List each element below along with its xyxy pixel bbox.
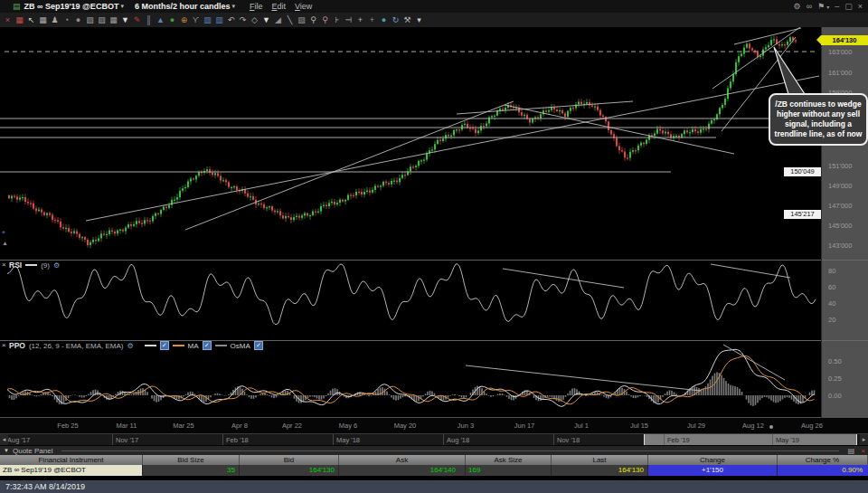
- menu-file[interactable]: File: [250, 2, 263, 11]
- cell-ask[interactable]: 164'140: [339, 465, 466, 476]
- price-axis[interactable]: 163'000161'000159'000151'000149'000147'0…: [821, 27, 868, 418]
- rsi-settings-icon[interactable]: ⚙: [53, 261, 60, 270]
- cell-bid-size[interactable]: 35: [143, 465, 240, 476]
- marker-icon-blue[interactable]: ⌖: [2, 229, 5, 236]
- pin-caret-icon[interactable]: ▾: [826, 4, 829, 10]
- panel-options-icon[interactable]: ▤: [848, 447, 855, 455]
- target-icon[interactable]: ⊕: [178, 14, 190, 27]
- measure-left-icon[interactable]: ⊦: [331, 14, 343, 27]
- column-header-ask[interactable]: Ask: [339, 455, 466, 465]
- zoom-area-icon[interactable]: ◔: [61, 14, 72, 27]
- annotate-pencil-icon[interactable]: ✎: [131, 14, 143, 27]
- timeframe-title[interactable]: 6 Months/2 hour candles: [135, 2, 231, 11]
- circle-tool-icon[interactable]: ●: [72, 14, 84, 27]
- minimize-icon[interactable]: –: [835, 2, 839, 11]
- hatch-tool-icon[interactable]: ▨: [296, 14, 307, 27]
- timeframe-dropdown-icon[interactable]: ▾: [231, 3, 235, 10]
- columns-blue-icon[interactable]: ▥: [202, 14, 213, 27]
- menu-edit[interactable]: Edit: [271, 2, 286, 11]
- grid-icon[interactable]: ▦: [37, 14, 49, 27]
- column-header-bid-size[interactable]: Bid Size: [143, 455, 240, 465]
- undo-icon[interactable]: ↶: [225, 14, 237, 27]
- snap-grid-icon[interactable]: ▦: [14, 14, 25, 27]
- column-header-financial-instrument[interactable]: Financial Instrument: [0, 455, 143, 465]
- ppo-axis-label: 0.00: [828, 392, 842, 400]
- ppo-close-icon[interactable]: ×: [2, 341, 9, 349]
- pointer-tool-icon[interactable]: ↖: [25, 14, 37, 27]
- crosshair-small-icon[interactable]: +: [366, 14, 378, 27]
- remove-tool-icon[interactable]: ×: [2, 14, 14, 27]
- ppo-settings-icon[interactable]: ⚙: [127, 342, 133, 350]
- redo-icon[interactable]: ↷: [237, 14, 249, 27]
- pin-icon[interactable]: ⚑: [817, 2, 825, 11]
- cell-ask-size[interactable]: 169: [466, 465, 552, 476]
- trendline-price-tag: 150'049: [784, 167, 821, 176]
- timeline-tick: [553, 434, 554, 445]
- ppo-legend-checkbox[interactable]: ✓: [160, 341, 169, 350]
- volume-bars-icon[interactable]: ║: [143, 14, 155, 27]
- menu-view[interactable]: View: [295, 2, 312, 11]
- figure-tool-icon[interactable]: ϒ: [190, 14, 202, 27]
- more-dropdown-icon[interactable]: ▾: [413, 14, 425, 27]
- cell-change-pct[interactable]: 0.90%: [778, 465, 868, 476]
- ppo-legend-label: OsMA: [231, 342, 250, 350]
- ppo-legend-checkbox[interactable]: ✓: [203, 341, 212, 350]
- hand-tool-icon[interactable]: ♟: [49, 14, 61, 27]
- rsi-close-icon[interactable]: ×: [2, 261, 9, 269]
- chart-type-dropdown-icon[interactable]: ▼: [119, 14, 131, 27]
- cell-bid[interactable]: 164'130: [240, 465, 339, 476]
- date-axis-label: Jun 17: [505, 422, 544, 430]
- rsi-panel-header: RSI (9) ⚙: [9, 261, 60, 270]
- panel-close-icon[interactable]: ×: [861, 447, 865, 455]
- collapse-triangle-icon[interactable]: ▼: [4, 448, 9, 453]
- ppo-legend-checkbox[interactable]: ✓: [254, 341, 263, 350]
- settings-gear-icon[interactable]: ⚙: [794, 2, 801, 11]
- cell-last[interactable]: 164'130: [552, 465, 648, 476]
- column-header-change[interactable]: Change: [648, 455, 778, 465]
- globe-icon[interactable]: ●: [378, 14, 390, 27]
- column-header-last[interactable]: Last: [552, 455, 648, 465]
- crosshair-icon[interactable]: +: [354, 14, 366, 27]
- quote-row[interactable]: ZB ∞ Sep19'19 @ECBOT 35 164'130 164'140 …: [0, 465, 868, 476]
- chart-annotation-note[interactable]: /ZB continues to wedge higher without an…: [769, 93, 868, 146]
- trend-chart-icon[interactable]: ◢: [272, 14, 284, 27]
- timeline-scrollbar[interactable]: Aug '17Nov '17Feb '18May '18Aug '18Nov '…: [0, 433, 868, 445]
- key-icon[interactable]: ⚲: [307, 14, 319, 27]
- time-axis[interactable]: Feb 25Mar 11Mar 25Apr 8Apr 22May 6May 20…: [0, 418, 868, 433]
- cell-instrument[interactable]: ZB ∞ Sep19'19 @ECBOT: [0, 465, 143, 476]
- tools-dropdown-icon[interactable]: ▼: [260, 14, 272, 27]
- contract-title[interactable]: ZB ∞ Sep19'19 @ECBOT: [24, 2, 119, 11]
- column-header-ask-size[interactable]: Ask Size: [466, 455, 552, 465]
- column-header-bid[interactable]: Bid: [240, 455, 339, 465]
- date-axis-label: Aug 12: [733, 422, 773, 430]
- dollar-circle-icon[interactable]: ●: [166, 14, 178, 27]
- ppo-legend: ✓MA✓OsMA✓: [145, 341, 263, 350]
- refresh-icon[interactable]: ↻: [390, 14, 401, 27]
- shape-tool-icon[interactable]: ◇: [249, 14, 260, 27]
- timeline-right-arrow-icon[interactable]: ▸: [860, 434, 868, 445]
- wrench-icon[interactable]: ⚒: [401, 14, 413, 27]
- contract-dropdown-icon[interactable]: ▾: [120, 3, 124, 10]
- date-axis-label: Jul 15: [619, 422, 659, 430]
- timeline-tick: [112, 434, 113, 445]
- measure-right-icon[interactable]: ⊣: [343, 14, 354, 27]
- link-icon[interactable]: ∞: [807, 2, 812, 11]
- close-icon[interactable]: ×: [858, 2, 863, 11]
- price-axis-label: 143'000: [828, 242, 852, 250]
- date-axis-label: Jul 29: [676, 422, 716, 430]
- trendline-tool-icon[interactable]: ╲: [284, 14, 296, 27]
- chart-snapshot-icon[interactable]: ▧: [84, 14, 96, 27]
- marker-icon-gray[interactable]: ▲: [2, 240, 8, 246]
- key-red-icon[interactable]: ⚲: [319, 14, 331, 27]
- column-header-change-[interactable]: Change %: [778, 455, 868, 465]
- grid-layout-icon[interactable]: ▦: [108, 14, 119, 27]
- columns-blue2-icon[interactable]: ▥: [213, 14, 225, 27]
- maximize-icon[interactable]: ▢: [844, 2, 853, 11]
- chart-layout-icon[interactable]: ▨: [96, 14, 108, 27]
- cell-change[interactable]: +1'150: [648, 465, 778, 476]
- timeline-left-arrow-icon[interactable]: ◂: [0, 434, 8, 445]
- triangle-up-icon[interactable]: ▲: [155, 14, 166, 27]
- chart-canvas[interactable]: [0, 27, 821, 418]
- header-rule: [61, 450, 838, 451]
- status-bar: 7:32:43 AM 8/14/2019: [0, 480, 868, 493]
